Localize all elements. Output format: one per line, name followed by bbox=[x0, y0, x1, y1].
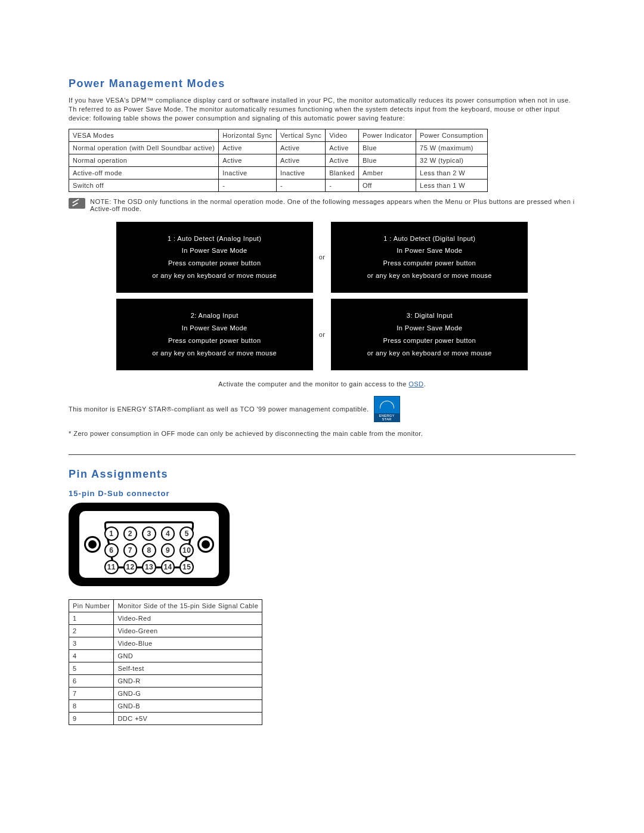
pin-label: 14 bbox=[161, 560, 175, 574]
osd-message-table: 1 : Auto Detect (Analog Input) In Power … bbox=[113, 218, 532, 374]
pin-label: 11 bbox=[104, 560, 119, 574]
table-header: Vertical Sync bbox=[276, 129, 325, 141]
osd-line: 2: Analog Input bbox=[122, 309, 307, 322]
pin-label: 8 bbox=[142, 543, 156, 558]
table-row: Switch off---OffLess than 1 W bbox=[69, 179, 488, 191]
pin-label: 6 bbox=[104, 543, 119, 558]
table-row: 9DDC +5V bbox=[69, 713, 262, 725]
screw-icon bbox=[84, 536, 101, 553]
table-row: 1Video-Red bbox=[69, 612, 262, 625]
osd-line: In Power Save Mode bbox=[337, 322, 522, 335]
energy-star-icon: ENERGY STAR bbox=[374, 396, 400, 422]
osd-message-box: 1 : Auto Detect (Analog Input) In Power … bbox=[116, 222, 313, 293]
osd-line: Press computer power button bbox=[337, 257, 522, 270]
table-row: 8GND-B bbox=[69, 700, 262, 713]
table-header: Power Consumption bbox=[416, 129, 488, 141]
table-header: Pin Number bbox=[69, 600, 114, 612]
or-label: or bbox=[317, 296, 328, 373]
pin-label: 3 bbox=[142, 527, 156, 541]
table-header: Video bbox=[326, 129, 359, 141]
pin-label: 7 bbox=[123, 543, 138, 558]
table-row: 6GND-R bbox=[69, 675, 262, 688]
power-management-heading: Power Management Modes bbox=[69, 78, 575, 90]
osd-line: Press computer power button bbox=[122, 335, 307, 347]
osd-line: Press computer power button bbox=[337, 335, 522, 347]
table-header: Power Indicator bbox=[359, 129, 416, 141]
energy-star-text: This monitor is ENERGY STAR®-compliant a… bbox=[69, 405, 369, 413]
pin-label: 9 bbox=[161, 543, 175, 558]
table-header: Horizontal Sync bbox=[219, 129, 277, 141]
table-row: 2Video-Green bbox=[69, 625, 262, 637]
osd-line: 1 : Auto Detect (Analog Input) bbox=[122, 233, 307, 245]
note-icon bbox=[69, 198, 85, 209]
osd-line: or any key on keyboard or move mouse bbox=[122, 347, 307, 360]
pin-label: 4 bbox=[161, 527, 175, 541]
osd-line: or any key on keyboard or move mouse bbox=[122, 270, 307, 282]
table-row: Normal operationActiveActiveActiveBlue32… bbox=[69, 154, 488, 166]
activate-text: Activate the computer and the monitor to… bbox=[69, 380, 575, 389]
note-text: NOTE: The OSD only functions in the norm… bbox=[90, 198, 575, 212]
pin-label: 12 bbox=[123, 560, 138, 574]
pin-label: 15 bbox=[179, 560, 194, 574]
osd-line: In Power Save Mode bbox=[122, 322, 307, 335]
osd-line: 1 : Auto Detect (Digital Input) bbox=[337, 233, 522, 245]
dsub-connector-diagram: 1 2 3 4 5 6 7 8 9 10 11 12 13 14 bbox=[69, 503, 230, 586]
pin-label: 1 bbox=[104, 527, 119, 541]
table-row: Normal operation (with Dell Soundbar act… bbox=[69, 141, 488, 154]
table-row: 7GND-G bbox=[69, 688, 262, 700]
osd-link[interactable]: OSD bbox=[408, 380, 423, 388]
table-header: Monitor Side of the 15-pin Side Signal C… bbox=[114, 600, 262, 612]
osd-line: In Power Save Mode bbox=[122, 244, 307, 257]
osd-line: or any key on keyboard or move mouse bbox=[337, 270, 522, 282]
pin-label: 13 bbox=[142, 560, 156, 574]
table-row: Active-off modeInactiveInactiveBlankedAm… bbox=[69, 166, 488, 179]
zero-power-note: * Zero power consumption in OFF mode can… bbox=[69, 429, 575, 438]
or-label: or bbox=[317, 219, 328, 296]
osd-message-box: 3: Digital Input In Power Save Mode Pres… bbox=[331, 299, 528, 370]
table-row: 4GND bbox=[69, 650, 262, 662]
table-row: 3Video-Blue bbox=[69, 637, 262, 650]
pin-assignments-heading: Pin Assignments bbox=[69, 468, 575, 481]
osd-line: 3: Digital Input bbox=[337, 309, 522, 322]
pin-assignments-table: Pin Number Monitor Side of the 15-pin Si… bbox=[69, 599, 262, 725]
section-divider bbox=[69, 454, 575, 455]
vesa-modes-table: VESA Modes Horizontal Sync Vertical Sync… bbox=[69, 129, 488, 192]
intro-paragraph: If you have VESA's DPM™ compliance displ… bbox=[69, 96, 575, 123]
table-row: 5Self-test bbox=[69, 662, 262, 675]
osd-message-box: 1 : Auto Detect (Digital Input) In Power… bbox=[331, 222, 528, 293]
osd-line: or any key on keyboard or move mouse bbox=[337, 347, 522, 360]
dsub-subheading: 15-pin D-Sub connector bbox=[69, 489, 575, 498]
table-header: VESA Modes bbox=[69, 129, 219, 141]
pin-label: 10 bbox=[179, 543, 194, 558]
pin-label: 5 bbox=[179, 527, 194, 541]
screw-icon bbox=[197, 536, 214, 553]
osd-line: Press computer power button bbox=[122, 257, 307, 270]
osd-message-box: 2: Analog Input In Power Save Mode Press… bbox=[116, 299, 313, 370]
osd-line: In Power Save Mode bbox=[337, 244, 522, 257]
pin-label: 2 bbox=[123, 527, 138, 541]
